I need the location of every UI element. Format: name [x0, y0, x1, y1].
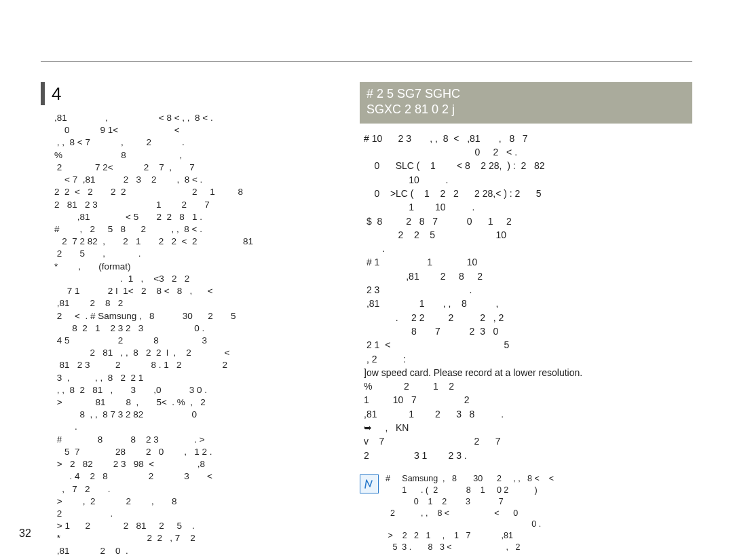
section-heading: 4: [41, 82, 339, 105]
info-header-line2: SGXC 2 81 0 2 j: [366, 102, 685, 117]
note-icon: [360, 474, 379, 493]
page-number: 32: [19, 527, 31, 540]
left-body-text: ,81 , < 8 < , , 8 < . 0 9 1< < , , 8 < 7…: [41, 112, 339, 557]
note-row: # Samsung , 8 30 2 , , 8 < < 1 . ( 2 8 1…: [360, 473, 692, 560]
horizontal-rule: [41, 61, 692, 62]
section-number: 4: [52, 83, 61, 105]
left-column: 4 ,81 , < 8 < , , 8 < . 0 9 1< < , , 8 <…: [41, 82, 339, 560]
info-header-line1: # 2 5 SG7 SGHC: [366, 86, 685, 102]
right-body-text: # 10 2 3 , , 8 < ,81 , 8 7 0 2 < . 0 SLC…: [360, 132, 692, 462]
section-bar: [41, 82, 45, 105]
info-box-header: # 2 5 SG7 SGHC SGXC 2 81 0 2 j: [360, 82, 692, 124]
note-text: # Samsung , 8 30 2 , , 8 < < 1 . ( 2 8 1…: [386, 473, 692, 560]
right-column: # 2 5 SG7 SGHC SGXC 2 81 0 2 j # 10 2 3 …: [360, 82, 692, 560]
